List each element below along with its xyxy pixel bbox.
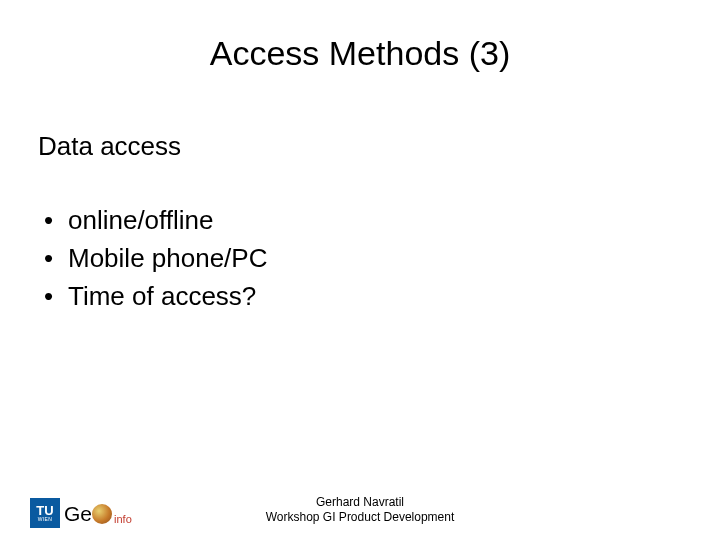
list-item: Mobile phone/PC [38, 242, 720, 276]
footer-event: Workshop GI Product Development [0, 510, 720, 526]
slide: Access Methods (3) Data access online/of… [0, 0, 720, 540]
list-item: Time of access? [38, 280, 720, 314]
slide-footer: Gerhard Navratil Workshop GI Product Dev… [0, 495, 720, 526]
slide-title: Access Methods (3) [0, 0, 720, 73]
slide-subtitle: Data access [0, 73, 720, 162]
bullet-list: online/offline Mobile phone/PC Time of a… [0, 162, 720, 313]
footer-author: Gerhard Navratil [0, 495, 720, 511]
list-item: online/offline [38, 204, 720, 238]
